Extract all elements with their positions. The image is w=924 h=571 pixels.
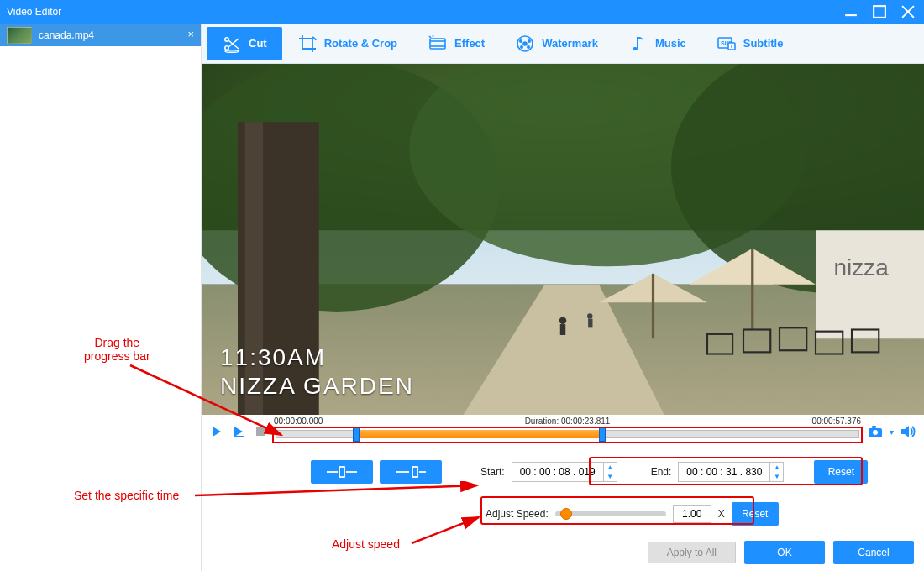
svg-rect-60 [412, 467, 417, 477]
svg-text:nizza: nizza [834, 254, 890, 280]
end-time-spinner[interactable]: ▲▼ [770, 462, 784, 482]
svg-rect-9 [430, 39, 445, 49]
play-button[interactable] [208, 423, 225, 440]
subtitle-icon: SUBT [717, 34, 737, 54]
svg-point-17 [528, 45, 529, 47]
svg-point-14 [520, 39, 522, 41]
file-close-icon[interactable]: × [187, 28, 194, 40]
speed-slider[interactable] [555, 511, 666, 516]
timeline-controls: 00:00:00.000 Duration: 00:00:23.811 00:0… [202, 415, 924, 448]
speed-value-input[interactable] [673, 505, 711, 523]
video-overlay-text: 11:30AM NIZZA GARDEN [220, 344, 414, 400]
cut-controls: Start: ▲▼ End: ▲▼ Reset Adjust Speed: [202, 448, 924, 526]
maximize-button[interactable] [870, 3, 889, 20]
video-preview[interactable]: nizza 11:30AM NIZZA GARDEN [202, 64, 924, 415]
svg-line-6 [228, 40, 239, 49]
overlay-line1: 11:30AM [220, 344, 414, 371]
tab-rotate-label: Rotate & Crop [324, 37, 397, 50]
timeline-handle-start[interactable] [353, 427, 360, 442]
tab-watermark[interactable]: Watermark [500, 27, 613, 60]
svg-point-16 [521, 45, 522, 47]
tab-watermark-label: Watermark [542, 37, 598, 50]
tab-cut[interactable]: Cut [207, 27, 282, 60]
tab-music-label: Music [655, 37, 686, 50]
editor-toolbar: Cut Rotate & Crop Effect Watermark Music… [202, 24, 924, 64]
svg-marker-49 [234, 427, 243, 437]
watermark-icon [515, 34, 535, 54]
svg-point-4 [225, 37, 228, 40]
reset-time-button[interactable]: Reset [814, 460, 868, 484]
timeline[interactable]: 00:00:00.000 Duration: 00:00:23.811 00:0… [274, 416, 861, 447]
speed-slider-knob[interactable] [560, 508, 572, 520]
tab-rotate-crop[interactable]: Rotate & Crop [282, 27, 412, 60]
timeline-start-label: 00:00:00.000 [274, 416, 323, 426]
start-time-input[interactable] [512, 462, 604, 482]
tab-music[interactable]: Music [613, 27, 701, 60]
dialog-footer: Apply to All OK Cancel [648, 541, 914, 564]
volume-button[interactable] [899, 422, 917, 441]
timeline-end-label: 00:00:57.376 [812, 416, 861, 426]
close-button[interactable] [899, 3, 917, 20]
file-sidebar: canada.mp4 × [0, 24, 202, 571]
svg-rect-1 [874, 6, 885, 18]
svg-rect-50 [234, 436, 244, 437]
titlebar: Video Editor [0, 0, 924, 24]
effect-icon [428, 34, 448, 54]
speed-label: Adjust Speed: [486, 508, 549, 520]
svg-point-13 [523, 42, 527, 45]
svg-line-7 [228, 39, 239, 47]
tab-cut-label: Cut [249, 37, 267, 50]
file-name: canada.mp4 [39, 29, 94, 41]
svg-marker-55 [901, 426, 909, 437]
svg-rect-45 [560, 324, 565, 335]
scissors-icon [222, 34, 242, 54]
tab-effect-label: Effect [454, 37, 485, 50]
stop-button[interactable] [252, 423, 269, 440]
apply-to-all-button[interactable]: Apply to All [648, 542, 736, 563]
play-selection-button[interactable] [230, 423, 247, 440]
svg-rect-37 [816, 230, 924, 338]
tab-effect[interactable]: Effect [412, 27, 500, 60]
svg-rect-19 [637, 37, 638, 48]
svg-rect-57 [339, 467, 344, 477]
svg-point-53 [873, 430, 878, 435]
svg-text:T: T [730, 44, 733, 49]
tab-subtitle[interactable]: SUBT Subtitle [701, 27, 799, 60]
split-left-button[interactable] [311, 460, 373, 484]
overlay-line2: NIZZA GARDEN [220, 373, 414, 400]
svg-rect-51 [256, 427, 265, 436]
app-title: Video Editor [7, 6, 61, 18]
start-label: Start: [480, 466, 505, 478]
svg-rect-47 [588, 319, 592, 328]
timeline-duration-label: Duration: 00:00:23.811 [525, 416, 611, 426]
snapshot-dropdown-icon[interactable]: ▾ [890, 427, 894, 437]
end-time-input[interactable] [678, 462, 770, 482]
svg-point-8 [225, 50, 239, 52]
ok-button[interactable]: OK [744, 541, 825, 564]
end-label: End: [651, 466, 672, 478]
crop-icon [297, 34, 318, 54]
file-tab[interactable]: canada.mp4 × [0, 24, 201, 46]
timeline-handle-end[interactable] [599, 427, 606, 442]
timeline-selection [356, 430, 603, 438]
reset-speed-button[interactable]: Reset [732, 502, 779, 526]
tab-subtitle-label: Subtitle [743, 37, 784, 50]
svg-point-44 [559, 317, 567, 324]
svg-point-46 [587, 313, 592, 318]
start-time-spinner[interactable]: ▲▼ [604, 462, 617, 482]
music-icon [628, 34, 648, 54]
minimize-button[interactable] [842, 3, 860, 20]
split-right-button[interactable] [380, 460, 442, 484]
svg-rect-54 [872, 426, 876, 428]
svg-marker-48 [213, 427, 221, 437]
svg-point-5 [225, 45, 228, 49]
svg-point-15 [528, 39, 530, 41]
snapshot-button[interactable] [866, 422, 885, 441]
cancel-button[interactable]: Cancel [833, 541, 914, 564]
speed-unit: X [718, 508, 725, 520]
file-thumbnail [7, 27, 32, 44]
